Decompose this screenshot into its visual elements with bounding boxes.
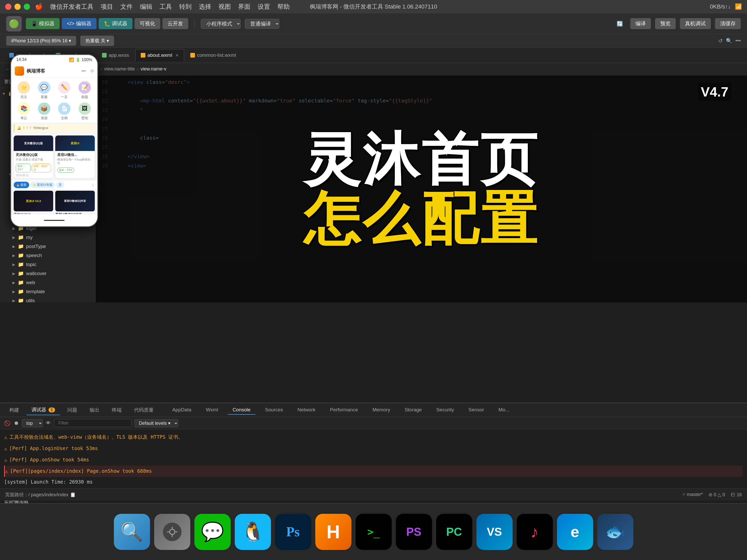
console-filter-input[interactable] bbox=[54, 419, 131, 427]
tab-app-wxss[interactable]: app.wxss bbox=[97, 49, 134, 61]
phone-tab-more-icon[interactable]: ⋮ bbox=[91, 183, 95, 187]
minimize-button[interactable] bbox=[15, 4, 21, 10]
dock-photoshop[interactable]: Ps bbox=[275, 514, 311, 550]
phone-card-2[interactable]: 星宿UI 星宿UI微信... 枫瑞保证每一个bug和错别字 版本：V3.4 bbox=[55, 135, 95, 178]
breadcrumb-view-name-v[interactable]: view.name-v bbox=[140, 66, 166, 72]
phone-tab-xingsu[interactable]: ⭐ 星宿UI专题 bbox=[30, 182, 55, 188]
preview-button[interactable]: 预览 bbox=[655, 18, 676, 29]
menu-edit[interactable]: 编辑 bbox=[140, 3, 152, 11]
subtab-network[interactable]: Network bbox=[292, 405, 321, 415]
devtools-tab-output[interactable]: 输出 bbox=[84, 405, 105, 415]
dock-terminal[interactable]: >_ bbox=[356, 514, 392, 550]
phone-notification[interactable]: 🔔 ！！！ Yinfengrui bbox=[14, 124, 95, 132]
sidebar-folder-speech[interactable]: ▶ 📁 speech bbox=[0, 251, 95, 260]
tab-about-wxml[interactable]: about.wxml ✕ bbox=[135, 49, 184, 61]
subtab-sensor[interactable]: Sensor bbox=[463, 405, 489, 415]
console-clear-icon[interactable]: 🚫 bbox=[4, 420, 10, 426]
tab-common-list[interactable]: common-list.wxml bbox=[185, 49, 241, 61]
phone-nav-resource[interactable]: 📦 资源 bbox=[38, 103, 50, 121]
simulator-button[interactable]: 📱 模拟器 bbox=[26, 18, 60, 29]
rotate-icon[interactable]: ↺ bbox=[718, 38, 723, 44]
sidebar-folder-web[interactable]: ▶ 📁 web bbox=[0, 278, 95, 287]
sidebar-folder-wallcover[interactable]: ▶ 📁 wallcover bbox=[0, 269, 95, 278]
visualize-button[interactable]: 可视化 bbox=[134, 18, 160, 29]
console-context-select[interactable]: top bbox=[22, 419, 43, 427]
menu-apple[interactable]: 🍎 bbox=[35, 3, 43, 10]
dock-finder[interactable]: 🔍 bbox=[114, 514, 150, 550]
phone-nav-follow[interactable]: ⭐ 关注 bbox=[18, 81, 30, 99]
dock-qq[interactable]: 🐧 bbox=[235, 514, 271, 550]
menu-settings[interactable]: 设置 bbox=[258, 3, 270, 11]
menu-goto[interactable]: 转到 bbox=[179, 3, 191, 11]
dock-wechat[interactable]: 💬 bbox=[195, 514, 231, 550]
fullscreen-button[interactable] bbox=[24, 4, 30, 10]
devtools-tab-issues[interactable]: 问题 bbox=[62, 405, 82, 415]
devtools-tab-quality[interactable]: 代码质量 bbox=[129, 405, 159, 415]
sidebar-folder-template[interactable]: ▶ 📁 template bbox=[0, 287, 95, 296]
devtools-tab-debugger[interactable]: 调试器 5 bbox=[26, 405, 60, 415]
phone-nav-quote[interactable]: ✏️ 一言 bbox=[58, 81, 71, 99]
menu-help[interactable]: 帮助 bbox=[277, 3, 290, 11]
subtab-sources[interactable]: Sources bbox=[260, 405, 288, 415]
editor-button[interactable]: </> 编辑器 bbox=[62, 18, 97, 29]
dock-douyin[interactable]: ♪ bbox=[517, 514, 553, 550]
hotreload-select[interactable]: 热重载 关 ▾ bbox=[80, 36, 114, 46]
menu-select[interactable]: 选择 bbox=[199, 3, 211, 11]
dock-fish[interactable]: 🐟 bbox=[597, 514, 634, 550]
more-icon[interactable]: ••• bbox=[736, 38, 741, 44]
mode-select[interactable]: 小程序模式 bbox=[201, 19, 241, 29]
console-eye-icon[interactable]: 👁 bbox=[46, 420, 51, 426]
phone-nav-wallpaper[interactable]: 🖼 壁纸 bbox=[78, 103, 91, 121]
sidebar-folder-posttype[interactable]: ▶ 📁 postType bbox=[0, 242, 95, 251]
menu-view[interactable]: 视图 bbox=[218, 3, 231, 11]
subtab-memory[interactable]: Memory bbox=[367, 405, 395, 415]
menu-project[interactable]: 项目 bbox=[101, 3, 113, 11]
subtab-security[interactable]: Security bbox=[431, 405, 459, 415]
sidebar-folder-topic[interactable]: ▶ 📁 topic bbox=[0, 260, 95, 269]
console-levels-select[interactable]: Default levels ▾ bbox=[134, 419, 178, 427]
zoom-icon[interactable]: 🔍 bbox=[726, 38, 732, 44]
subtab-wxml[interactable]: Wxml bbox=[201, 405, 223, 415]
menu-tools[interactable]: 工具 bbox=[160, 3, 172, 11]
menu-app[interactable]: 微信开发者工具 bbox=[50, 3, 94, 11]
subtab-storage[interactable]: Storage bbox=[400, 405, 427, 415]
realtest-button[interactable]: 真机调试 bbox=[680, 18, 711, 29]
subtab-console[interactable]: Console bbox=[228, 405, 256, 415]
dock-pycharm[interactable]: PC bbox=[436, 514, 472, 550]
phone-scan-icon[interactable]: ⊙ bbox=[91, 69, 94, 73]
refresh-icon[interactable]: 🔄 bbox=[614, 20, 626, 28]
copy-path-icon[interactable]: 📋 bbox=[70, 492, 76, 498]
menu-file[interactable]: 文件 bbox=[120, 3, 133, 11]
devtools-tab-build[interactable]: 构建 bbox=[4, 405, 24, 415]
compile-mode-select[interactable]: 普通编译 bbox=[245, 19, 279, 29]
phone-more-icon[interactable]: ••• bbox=[81, 69, 86, 73]
sidebar-folder-utils[interactable]: ▶ 📁 utils bbox=[0, 296, 95, 302]
console-record-icon[interactable]: ⏺ bbox=[14, 420, 19, 426]
phone-nav-exam[interactable]: 📚 考公 bbox=[18, 103, 30, 121]
devtools-tab-terminal[interactable]: 终端 bbox=[107, 405, 127, 415]
phone-nav-service[interactable]: 💬 客服 bbox=[38, 81, 50, 99]
dock-hbuilder[interactable]: H bbox=[315, 514, 352, 550]
phone-nav-docs[interactable]: 📄 文档 bbox=[58, 103, 71, 121]
phone-nav-quiz[interactable]: 📝 刷题 bbox=[78, 81, 91, 99]
tab-close-icon[interactable]: ✕ bbox=[175, 53, 179, 58]
compile-button[interactable]: 编译 bbox=[630, 18, 651, 29]
clear-button[interactable]: 清缓存 bbox=[715, 18, 741, 29]
subtab-performance[interactable]: Performance bbox=[325, 405, 363, 415]
breadcrumb-view-name-title[interactable]: view.name-title bbox=[104, 66, 135, 72]
cloud-button[interactable]: 云开发 bbox=[162, 18, 188, 29]
sidebar-folder-my[interactable]: ▶ 📁 my bbox=[0, 233, 95, 242]
device-select[interactable]: iPhone 12/13 (Pro) 85% 16 ▾ bbox=[6, 36, 76, 46]
phone-card-1[interactable]: 灵沐微信QQ版 灵沐微信QQ版 开源-流量主-资源下载 版本：V4.7 权限：激… bbox=[14, 135, 53, 178]
menu-interface[interactable]: 界面 bbox=[238, 3, 251, 11]
phone-tab-lingmu[interactable]: 灵 bbox=[56, 182, 64, 188]
dock-launchpad[interactable] bbox=[154, 514, 190, 550]
subtab-more[interactable]: Mo... bbox=[493, 405, 515, 415]
dock-edge[interactable]: e bbox=[557, 514, 593, 550]
debugger-button[interactable]: 🐛 调试器 bbox=[99, 18, 132, 29]
dock-phpstorm[interactable]: PS bbox=[396, 514, 432, 550]
close-button[interactable] bbox=[5, 4, 11, 10]
dock-vscode[interactable]: VS bbox=[476, 514, 513, 550]
nav-back-icon[interactable]: ← bbox=[5, 66, 10, 72]
phone-tab-latest[interactable]: 🔥 最新 bbox=[14, 182, 29, 188]
